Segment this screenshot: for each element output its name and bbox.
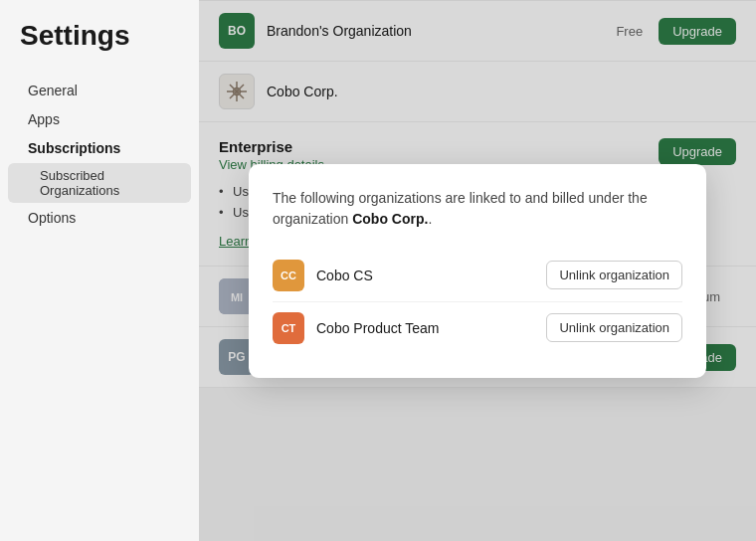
sidebar-item-general[interactable]: General	[8, 77, 191, 104]
unlink-button-coboproduct[interactable]: Unlink organization	[546, 313, 682, 342]
sidebar-item-options[interactable]: Options	[8, 204, 191, 232]
popup-text-after: .	[428, 211, 432, 227]
sidebar-item-subscriptions[interactable]: Subscriptions	[8, 134, 191, 162]
linked-org-name-cobocs: Cobo CS	[316, 268, 546, 283]
linked-org-name-coboproduct: Cobo Product Team	[316, 320, 546, 336]
sidebar: Settings General Apps Subscriptions Subs…	[0, 0, 199, 541]
unlink-button-cobocs[interactable]: Unlink organization	[546, 261, 682, 289]
sidebar-item-apps[interactable]: Apps	[8, 105, 191, 133]
sidebar-item-subscribed-organizations[interactable]: Subscribed Organizations	[8, 163, 191, 203]
popup-text: The following organizations are linked t…	[273, 188, 682, 230]
avatar-coboproduct: CT	[273, 312, 304, 344]
main-content: BO Brandon's Organization Free Upgrade	[199, 0, 756, 541]
popup-overlay: The following organizations are linked t…	[199, 0, 756, 541]
linked-org-row-cobocs: CC Cobo CS Unlink organization	[273, 250, 682, 302]
popup-text-before: The following organizations are linked t…	[273, 190, 648, 227]
linked-org-row-coboproduct: CT Cobo Product Team Unlink organization	[273, 302, 682, 354]
popup-org-name: Cobo Corp.	[352, 211, 428, 227]
avatar-cobocs: CC	[273, 260, 304, 291]
page-title: Settings	[0, 20, 199, 76]
popup: The following organizations are linked t…	[249, 164, 706, 378]
